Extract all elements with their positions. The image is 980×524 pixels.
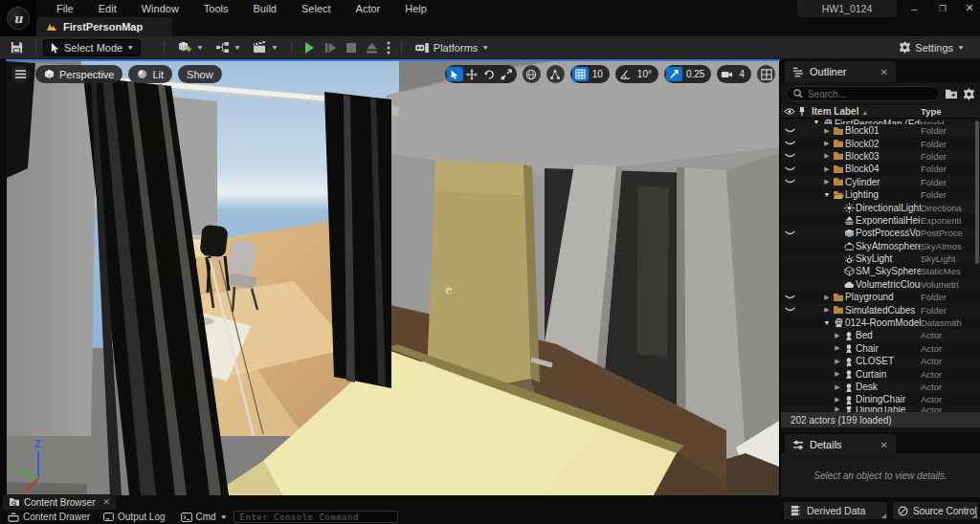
row-item-label[interactable]: SkyLight	[856, 253, 921, 264]
expander-arrow-icon[interactable]: ▶	[833, 358, 842, 365]
close-button[interactable]: ✕	[957, 0, 980, 16]
visibility-column-eye-icon[interactable]	[781, 107, 798, 116]
pin-column-icon[interactable]	[798, 106, 812, 117]
expander-arrow-icon[interactable]: ▼	[822, 191, 832, 198]
rotate-tool-button[interactable]	[481, 67, 498, 81]
menu-window[interactable]: Window	[129, 0, 191, 17]
expander-arrow-icon[interactable]: ▶	[833, 344, 842, 352]
outliner-row-skylight[interactable]: SkyLightSkyLight	[781, 252, 980, 265]
row-item-label[interactable]: Block03	[845, 151, 921, 162]
expander-arrow-icon[interactable]: ▶	[833, 383, 842, 391]
outliner-row-playground[interactable]: ▶PlaygroundFolder	[781, 291, 980, 303]
settings-dropdown[interactable]: Settings▼	[893, 39, 970, 55]
tab-details[interactable]: Details ✕	[785, 434, 896, 455]
outliner-row-0124-roommodel[interactable]: ▼0124-RoomModelDatasmith	[781, 317, 980, 329]
row-item-label[interactable]: Bed	[856, 330, 921, 340]
close-content-browser-icon[interactable]: ✕	[102, 497, 110, 507]
menu-tools[interactable]: Tools	[191, 0, 241, 17]
expander-arrow-icon[interactable]: ▶	[822, 152, 832, 160]
expander-arrow-icon[interactable]: ▶	[822, 127, 832, 135]
row-item-label[interactable]: Cylinder	[845, 177, 921, 187]
expander-arrow-icon[interactable]: ▼	[822, 319, 832, 326]
row-item-label[interactable]: SimulatedCubes	[845, 305, 921, 316]
step-forward-button[interactable]	[324, 42, 337, 54]
row-item-label[interactable]: ExponentialHeigh	[856, 215, 921, 226]
menu-build[interactable]: Build	[241, 0, 289, 17]
restore-button[interactable]: ❐	[930, 0, 955, 16]
surface-snapping-button[interactable]	[546, 65, 565, 83]
column-type[interactable]: Type	[921, 106, 980, 117]
outliner-row-block04[interactable]: ▶Block04Folder	[781, 163, 980, 175]
rotation-snap-value[interactable]: 10°	[635, 69, 657, 79]
grid-snap-toggle[interactable]	[572, 67, 589, 81]
outliner-row-curtain[interactable]: ▶CurtainActor	[781, 367, 980, 380]
outliner-row-diningchair[interactable]: ▶DiningChairActor	[781, 393, 980, 405]
perspective-dropdown[interactable]: Perspective	[35, 65, 122, 83]
menu-select[interactable]: Select	[289, 0, 344, 17]
visibility-eye-icon[interactable]	[781, 166, 798, 172]
row-item-label[interactable]: CLOSET	[856, 356, 921, 366]
outliner-row-block03[interactable]: ▶Block03Folder	[781, 150, 980, 163]
close-details-icon[interactable]: ✕	[880, 440, 888, 450]
camera-speed-value[interactable]: 4	[736, 69, 749, 79]
visibility-eye-icon[interactable]	[781, 128, 798, 134]
outliner-row-bed[interactable]: ▶BedActor	[781, 329, 980, 341]
viewport-options-menu[interactable]	[11, 65, 30, 83]
outliner-row-closet[interactable]: ▶CLOSETActor	[781, 355, 980, 367]
column-item-label[interactable]: Item Label ▲	[812, 106, 921, 117]
console-command-input[interactable]: Enter Console Command	[234, 511, 398, 523]
outliner-row-block02[interactable]: ▶Block02Folder	[781, 137, 980, 149]
row-item-label[interactable]: SM_SkySphere	[856, 266, 921, 276]
row-item-label[interactable]: Lighting	[845, 189, 921, 200]
visibility-eye-icon[interactable]	[781, 295, 798, 300]
outliner-row-skyatmosphere[interactable]: SkyAtmosphereSkyAtmos	[781, 240, 980, 252]
visibility-eye-icon[interactable]	[781, 179, 798, 185]
content-browser-tab[interactable]: Content Browser ✕	[3, 494, 116, 510]
row-item-label[interactable]: VolumetricCloud	[856, 279, 921, 290]
outliner-folder-new-icon[interactable]	[945, 88, 958, 99]
show-dropdown[interactable]: Show	[178, 65, 222, 83]
viewport-3d-scene[interactable]: Z y x Perspective Lit Show	[7, 61, 779, 495]
expander-arrow-icon[interactable]: ▶	[833, 396, 842, 404]
visibility-eye-icon[interactable]	[781, 141, 798, 146]
menu-file[interactable]: File	[44, 0, 86, 17]
outliner-row-sm-skysphere[interactable]: SM_SkySphereStaticMes	[781, 265, 980, 277]
minimize-button[interactable]: –	[902, 0, 926, 16]
visibility-eye-icon[interactable]	[781, 153, 798, 159]
grid-snap-value[interactable]: 10	[590, 69, 608, 79]
row-item-label[interactable]: DirectionalLight	[856, 203, 921, 213]
row-item-label[interactable]: 0124-RoomModel	[845, 317, 921, 328]
content-drawer-button[interactable]: Content Drawer	[8, 512, 90, 522]
expander-arrow-icon[interactable]: ▶	[822, 165, 832, 173]
outliner-row-directionallight[interactable]: DirectionalLightDirectiona	[781, 201, 980, 213]
select-mode-dropdown[interactable]: Select Mode▼	[43, 39, 141, 56]
row-item-label[interactable]: Desk	[856, 382, 921, 392]
tab-outliner[interactable]: Outliner ✕	[785, 61, 896, 82]
outliner-settings-gear-icon[interactable]	[963, 88, 975, 100]
cmd-dropdown[interactable]: Cmd ▼	[181, 512, 228, 522]
outliner-row-chair[interactable]: ▶ChairActor	[781, 342, 980, 355]
row-item-label[interactable]: Block04	[845, 164, 921, 174]
select-tool-button[interactable]	[447, 67, 463, 81]
menu-edit[interactable]: Edit	[86, 0, 129, 17]
source-control-button[interactable]: Source Control Off	[892, 501, 979, 520]
outliner-row-cylinder[interactable]: ▶CylinderFolder	[781, 176, 980, 188]
stop-button[interactable]	[345, 42, 357, 54]
search-input[interactable]: Search...	[786, 86, 940, 101]
expander-arrow-icon[interactable]: ▶	[822, 178, 832, 186]
eject-button[interactable]	[366, 42, 378, 54]
camera-speed-button[interactable]	[719, 67, 735, 81]
blueprints-dropdown[interactable]: ▼	[210, 39, 247, 55]
menu-help[interactable]: Help	[392, 0, 439, 17]
expander-arrow-icon[interactable]: ▶	[822, 294, 832, 301]
visibility-eye-icon[interactable]	[781, 230, 798, 236]
scale-tool-button[interactable]	[499, 67, 515, 81]
row-item-label[interactable]: SkyAtmosphere	[856, 241, 921, 251]
lit-dropdown[interactable]: Lit	[128, 65, 172, 83]
rotation-snap-toggle[interactable]	[617, 67, 634, 81]
expander-arrow-icon[interactable]: ▶	[833, 370, 842, 378]
expander-arrow-icon[interactable]: ▶	[822, 140, 832, 147]
expander-arrow-icon[interactable]: ▶	[833, 332, 842, 339]
cinematics-dropdown[interactable]: ▼	[247, 39, 284, 55]
tab-firstpersonmap[interactable]: FirstPersonMap	[36, 17, 172, 36]
